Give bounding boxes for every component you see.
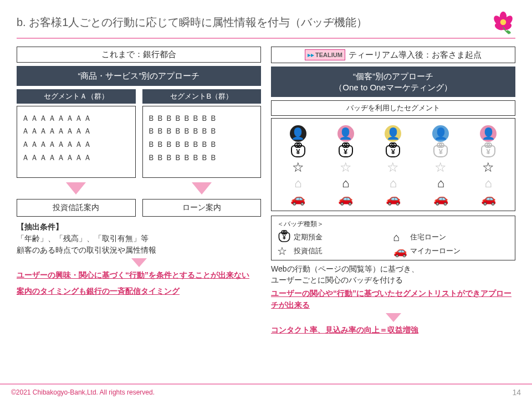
right-header-text: ティーリアム導入後：お客さま起点	[349, 50, 482, 60]
badge-legend: ＜バッヂ種類＞ ¥ 定期預金 ⌂ 住宅ローン ☆ 投資信託 🚗 マイカーローン	[271, 216, 515, 260]
badge-row-car: 🚗 🚗 🚗 🚗 🚗	[275, 192, 511, 206]
title-divider	[17, 38, 515, 39]
car-icon: 🚗	[386, 193, 401, 205]
person-icon: 👤	[337, 125, 354, 142]
house-icon: ⌂	[484, 177, 492, 190]
star-icon: ☆	[482, 161, 494, 174]
person-icon: 👤	[480, 125, 497, 142]
seg-b-row: ＢＢＢＢＢＢＢＢ	[147, 125, 257, 138]
star-icon: ☆	[387, 161, 399, 174]
legend-mycar: マイカーローン	[410, 246, 510, 256]
right-red-note-2: コンタクト率、見込み率の向上＝収益増強	[271, 324, 515, 336]
case-b: ローン案内	[142, 199, 262, 217]
badge-segment-head: バッヂを利用したセグメント	[271, 100, 515, 116]
legend-toushin: 投資信託	[294, 246, 393, 256]
legend-title: ＜バッヂ種類＞	[277, 219, 509, 229]
seg-b-row: ＢＢＢＢＢＢＢＢ	[147, 151, 257, 165]
page-title: b. お客様1人ごとの行動に応じて瞬時に属性情報を付与（バッヂ機能）	[17, 15, 367, 30]
seg-a-row: ＡＡＡＡＡＡＡＡ	[22, 125, 131, 138]
segment-a-box: ＡＡＡＡＡＡＡＡ ＡＡＡＡＡＡＡＡ ＡＡＡＡＡＡＡＡ ＡＡＡＡＡＡＡＡ	[17, 106, 136, 178]
legend-teiki: 定期預金	[294, 232, 393, 242]
tealium-brand-text: TEALIUM	[315, 52, 342, 58]
condition-body: 「年齢」、「残高」、「取引有無」等 顧客のある時点での取引状況や属性情報	[17, 233, 261, 256]
arrow-down-icon	[66, 182, 86, 195]
arrow-down-icon	[386, 313, 401, 322]
segment-b-box: ＢＢＢＢＢＢＢＢ ＢＢＢＢＢＢＢＢ ＢＢＢＢＢＢＢＢ ＢＢＢＢＢＢＢＢ	[142, 106, 262, 178]
car-icon: 🚗	[338, 193, 353, 205]
house-icon: ⌂	[342, 177, 349, 190]
right-approach-l1: “個客”別のアプローチ	[273, 71, 513, 82]
condition-title: 【抽出条件】	[17, 221, 261, 233]
yen-pouch-icon: ¥	[291, 145, 305, 157]
left-approach: “商品・サービス”別のアプローチ	[17, 66, 261, 86]
left-red-note-2: 案内のタイミングも銀行の一斉配信タイミング	[17, 285, 261, 297]
house-icon: ⌂	[393, 232, 410, 243]
house-icon: ⌂	[437, 177, 444, 190]
left-red-note-1: ユーザーの興味・関心に基づく“行動”を条件とすることが出来ない	[17, 269, 261, 281]
star-icon: ☆	[434, 161, 447, 174]
segment-a: セグメントＡ（群） ＡＡＡＡＡＡＡＡ ＡＡＡＡＡＡＡＡ ＡＡＡＡＡＡＡＡ ＡＡＡ…	[17, 89, 136, 217]
page-number: 14	[512, 388, 521, 397]
seg-a-row: ＡＡＡＡＡＡＡＡ	[22, 151, 131, 165]
left-column: これまで：銀行都合 “商品・サービス”別のアプローチ セグメントＡ（群） ＡＡＡ…	[17, 47, 261, 336]
case-a: 投資信託案内	[17, 199, 136, 217]
yen-pouch-icon: ¥	[433, 145, 448, 157]
yen-pouch-icon: ¥	[339, 145, 353, 157]
badge-row-head: 👤 👤 👤 👤 👤	[275, 124, 511, 143]
car-icon: 🚗	[433, 193, 448, 205]
right-column: ▸▸ TEALIUM ティーリアム導入後：お客さま起点 “個客”別のアプローチ …	[271, 47, 515, 336]
seg-b-row: ＢＢＢＢＢＢＢＢ	[147, 112, 257, 125]
tealium-icon: ▸▸	[308, 51, 314, 59]
car-icon: 🚗	[481, 193, 496, 205]
seg-b-row: ＢＢＢＢＢＢＢＢ	[147, 138, 257, 151]
right-approach: “個客”別のアプローチ （One to Oneマーケティング）	[271, 66, 515, 97]
footer: ©2021 Chibakogyo-Bank,Ltd. All rights re…	[0, 383, 532, 399]
person-icon: 👤	[432, 125, 449, 142]
arrow-down-icon	[192, 182, 212, 195]
segment-b: セグメントB（群） ＢＢＢＢＢＢＢＢ ＢＢＢＢＢＢＢＢ ＢＢＢＢＢＢＢＢ ＢＢＢ…	[142, 89, 262, 217]
person-icon: 👤	[385, 125, 401, 142]
segment-a-head: セグメントＡ（群）	[17, 89, 136, 104]
tealium-badge: ▸▸ TEALIUM	[305, 49, 345, 60]
seg-a-row: ＡＡＡＡＡＡＡＡ	[22, 112, 131, 125]
seg-a-row: ＡＡＡＡＡＡＡＡ	[22, 138, 131, 151]
badge-row-yen: ¥ ¥ ¥ ¥ ¥	[275, 144, 511, 158]
badge-grid: 👤 👤 👤 👤 👤 ¥ ¥ ¥ ¥ ¥ ☆	[271, 118, 515, 211]
left-header: これまで：銀行都合	[17, 47, 261, 63]
badge-row-house: ⌂ ⌂ ⌂ ⌂ ⌂	[275, 176, 511, 191]
star-icon: ☆	[340, 161, 352, 174]
copyright: ©2021 Chibakogyo-Bank,Ltd. All rights re…	[11, 388, 155, 396]
star-icon: ☆	[277, 245, 294, 257]
web-note: Webの行動（ページの閲覧等）に基づき、 ユーザーごとに関心のバッヂを付ける	[271, 264, 515, 285]
svg-point-5	[500, 19, 507, 25]
house-icon: ⌂	[390, 177, 397, 190]
badge-row-star: ☆ ☆ ☆ ☆ ☆	[275, 160, 511, 175]
car-icon: 🚗	[393, 245, 410, 257]
star-icon: ☆	[292, 161, 304, 174]
flower-icon	[491, 10, 515, 34]
person-icon: 👤	[290, 125, 306, 142]
yen-pouch-icon: ¥	[279, 232, 290, 242]
car-icon: 🚗	[290, 193, 305, 205]
legend-jutaku: 住宅ローン	[410, 232, 510, 242]
yen-pouch-icon: ¥	[481, 145, 495, 157]
segment-b-head: セグメントB（群）	[142, 89, 262, 104]
right-approach-l2: （One to Oneマーケティング）	[273, 82, 513, 93]
house-icon: ⌂	[294, 177, 301, 190]
arrow-down-icon	[131, 258, 147, 267]
right-red-note-1: ユーザーの関心や“行動”に基づいたセグメントリストができアプローチが出来る	[271, 288, 515, 311]
right-header: ▸▸ TEALIUM ティーリアム導入後：お客さま起点	[271, 47, 515, 63]
yen-pouch-icon: ¥	[386, 145, 400, 157]
